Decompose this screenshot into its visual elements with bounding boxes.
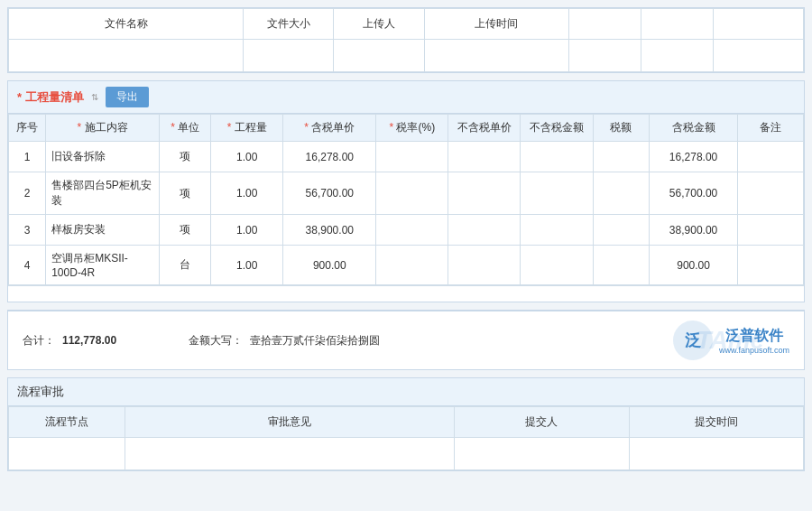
da-xie-value: 壹拾壹万贰仟柒佰柒拾捌圆 — [250, 333, 380, 348]
col-filename: 文件名称 — [9, 9, 244, 40]
eng-table-row: 3样板房安装项1.0038,900.0038,900.00 — [9, 215, 804, 246]
th-inc-tax-amount: 含税金额 — [650, 115, 737, 142]
th-tax-rate: * 税率(%) — [376, 115, 448, 142]
eng-cell — [448, 172, 521, 215]
eng-cell — [376, 246, 448, 285]
eng-cell — [521, 172, 593, 215]
th-unit: * 单位 — [160, 115, 211, 142]
eng-cell: 56,700.00 — [283, 172, 376, 215]
th-seq: 序号 — [9, 115, 46, 142]
eng-cell: 1 — [9, 142, 46, 172]
eng-cell: 16,278.00 — [650, 142, 737, 172]
eng-cell: 样板房安装 — [46, 215, 160, 246]
eng-cell — [376, 172, 448, 215]
eng-cell: 项 — [160, 215, 211, 246]
flow-row-submitter — [455, 438, 629, 470]
eng-cell — [593, 215, 650, 246]
eng-cell: 1.00 — [211, 172, 283, 215]
th-unit-price: * 含税单价 — [283, 115, 376, 142]
engineering-table: 序号 * 施工内容 * 单位 * 工程量 * 含税单价 * 税率(%) 不含税单… — [8, 114, 804, 285]
th-quantity: * 工程量 — [211, 115, 283, 142]
eng-cell: 38,900.00 — [283, 215, 376, 246]
logo-name: 泛普软件 — [719, 327, 789, 346]
col-extra1 — [568, 9, 641, 40]
eng-cell: 4 — [9, 246, 46, 285]
eng-cell: 1.00 — [211, 246, 283, 285]
file-row-e2 — [641, 40, 713, 72]
eng-cell — [448, 246, 521, 285]
eng-cell: 38,900.00 — [650, 215, 737, 246]
eng-cell — [737, 215, 803, 246]
eng-cell: 2 — [9, 172, 46, 215]
eng-cell: 空调吊柜MKSII-100D-4R — [46, 246, 160, 285]
eng-cell — [737, 142, 803, 172]
engineering-header: * 工程量清单 ⇅ 导出 — [8, 81, 804, 114]
eng-cell — [376, 142, 448, 172]
logo-area: TAme 泛 泛普软件 www.fanpusoft.com — [671, 319, 789, 362]
file-row-e1 — [568, 40, 641, 72]
eng-cell — [593, 172, 650, 215]
file-row-name — [9, 40, 244, 72]
file-row-e3 — [713, 40, 803, 72]
file-row-size — [244, 40, 334, 72]
summary-section: 合计： 112,778.00 金额大写： 壹拾壹万贰仟柒佰柒拾捌圆 TAme 泛… — [7, 310, 805, 370]
eng-cell: 3 — [9, 215, 46, 246]
eng-table-row: 4空调吊柜MKSII-100D-4R台1.00900.00900.00 — [9, 246, 804, 285]
col-extra3 — [713, 9, 803, 40]
flow-header: 流程审批 — [8, 378, 804, 406]
flow-table: 流程节点 审批意见 提交人 提交时间 — [8, 406, 804, 470]
flow-row-node — [9, 438, 125, 470]
th-ex-tax-amount: 不含税金额 — [521, 115, 593, 142]
eng-cell: 900.00 — [283, 246, 376, 285]
eng-cell: 台 — [160, 246, 211, 285]
eng-cell: 1.00 — [211, 215, 283, 246]
col-filesize: 文件大小 — [244, 9, 334, 40]
eng-cell — [737, 246, 803, 285]
flow-row-opinion — [125, 438, 454, 470]
file-row-time — [424, 40, 568, 72]
th-flow-submit-time: 提交时间 — [629, 407, 803, 438]
file-row-uploader — [334, 40, 424, 72]
he-ji-value: 112,778.00 — [62, 334, 152, 347]
eng-table-row: 1旧设备拆除项1.0016,278.0016,278.00 — [9, 142, 804, 172]
eng-cell: 1.00 — [211, 142, 283, 172]
logo-url: www.fanpusoft.com — [719, 346, 789, 355]
eng-cell — [448, 215, 521, 246]
eng-cell — [593, 246, 650, 285]
flow-row-submit-time — [629, 438, 803, 470]
eng-cell — [737, 172, 803, 215]
eng-cell: 项 — [160, 172, 211, 215]
th-tax: 税额 — [593, 115, 650, 142]
eng-cell — [448, 142, 521, 172]
summary-row: 合计： 112,778.00 金额大写： 壹拾壹万贰仟柒佰柒拾捌圆 TAme 泛… — [8, 311, 804, 369]
col-extra2 — [641, 9, 713, 40]
page-container: 文件名称 文件大小 上传人 上传时间 — [0, 0, 812, 478]
sort-icon[interactable]: ⇅ — [91, 92, 98, 102]
he-ji-label: 合计： — [23, 333, 55, 348]
th-flow-node: 流程节点 — [9, 407, 125, 438]
th-flow-submitter: 提交人 — [455, 407, 629, 438]
eng-table-row: 2售楼部四台5P柜机安装项1.0056,700.0056,700.00 — [9, 172, 804, 215]
eng-cell: 56,700.00 — [650, 172, 737, 215]
svg-text:泛: 泛 — [685, 331, 702, 349]
th-content: * 施工内容 — [46, 115, 160, 142]
eng-cell — [376, 215, 448, 246]
eng-cell: 项 — [160, 142, 211, 172]
th-ex-tax-price: 不含税单价 — [448, 115, 521, 142]
eng-cell: 900.00 — [650, 246, 737, 285]
th-flow-opinion: 审批意见 — [125, 407, 454, 438]
export-button[interactable]: 导出 — [106, 87, 149, 107]
eng-cell: 16,278.00 — [283, 142, 376, 172]
file-section: 文件名称 文件大小 上传人 上传时间 — [7, 7, 805, 73]
file-table: 文件名称 文件大小 上传人 上传时间 — [8, 8, 804, 72]
col-upload-time: 上传时间 — [424, 9, 568, 40]
eng-cell: 旧设备拆除 — [46, 142, 160, 172]
eng-cell — [521, 142, 593, 172]
engineering-section: * 工程量清单 ⇅ 导出 序号 * 施工内容 * 单位 * 工程量 * 含税单价… — [7, 80, 805, 302]
engineering-title: * 工程量清单 — [17, 89, 84, 106]
col-uploader: 上传人 — [334, 9, 424, 40]
logo-icon: 泛 — [671, 319, 715, 362]
eng-cell — [521, 215, 593, 246]
da-xie-label: 金额大写： — [189, 333, 243, 348]
eng-cell — [593, 142, 650, 172]
